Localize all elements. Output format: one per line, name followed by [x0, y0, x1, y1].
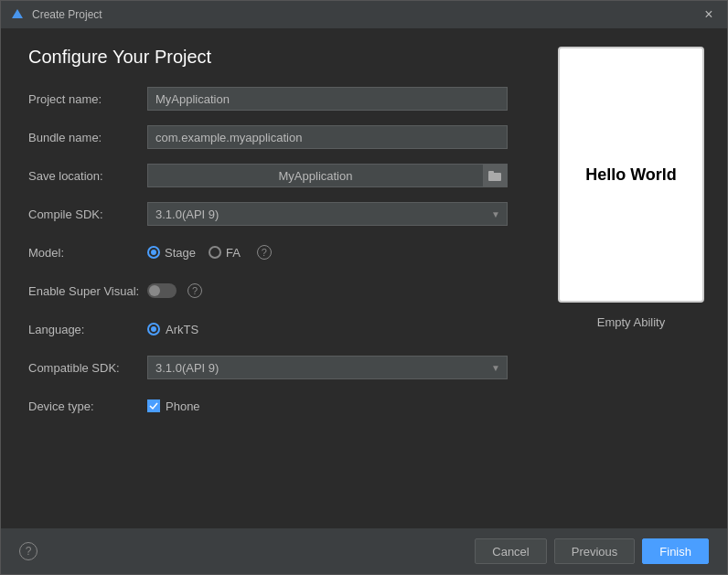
- compile-sdk-select-wrap: 3.1.0(API 9) 3.0.0(API 8) 2.5.0(API 7) ▼: [147, 202, 508, 226]
- browse-folder-button[interactable]: [483, 165, 507, 186]
- device-type-label: Device type:: [28, 399, 147, 413]
- footer-right: Cancel Previous Finish: [475, 538, 709, 564]
- location-input-wrap: [147, 164, 508, 187]
- bundle-name-control: [147, 125, 508, 149]
- toggle-knob: [149, 285, 160, 296]
- dialog-title: Create Project: [32, 8, 700, 21]
- svg-rect-1: [488, 173, 501, 181]
- close-button[interactable]: ×: [700, 5, 718, 24]
- footer-left: ?: [19, 542, 37, 560]
- model-stage-radio[interactable]: Stage: [147, 246, 196, 260]
- language-control: ArkTS: [147, 323, 508, 336]
- arkts-radio-label: ArkTS: [166, 323, 198, 336]
- compile-sdk-row: Compile SDK: 3.1.0(API 9) 3.0.0(API 8) 2…: [28, 201, 508, 227]
- language-label: Language:: [28, 323, 147, 336]
- phone-checkbox-box[interactable]: [147, 399, 160, 412]
- enable-super-visual-label: Enable Super Visual:: [28, 284, 147, 298]
- enable-super-visual-row: Enable Super Visual: ?: [28, 278, 508, 303]
- compatible-sdk-row: Compatible SDK: 3.1.0(API 9) 3.0.0(API 8…: [28, 355, 508, 380]
- device-type-row: Device type: Phone: [28, 393, 508, 419]
- app-icon: [10, 7, 25, 22]
- finish-button[interactable]: Finish: [642, 538, 709, 564]
- enable-super-visual-control: ?: [147, 283, 508, 298]
- dialog-body: Configure Your Project Project name: Bun…: [1, 28, 727, 528]
- compatible-sdk-select[interactable]: 3.1.0(API 9) 3.0.0(API 8) 2.5.0(API 7): [147, 356, 508, 379]
- language-row: Language: ArkTS: [28, 316, 508, 342]
- project-name-control: [147, 87, 508, 111]
- title-bar: Create Project ×: [1, 1, 727, 28]
- language-arkts-radio[interactable]: ArkTS: [147, 323, 508, 336]
- toggle-wrap: ?: [147, 283, 508, 298]
- model-radio-group: Stage FA ?: [147, 245, 508, 260]
- device-type-control: Phone: [147, 399, 508, 413]
- save-location-row: Save location:: [28, 163, 508, 188]
- model-row: Model: Stage FA ?: [28, 240, 508, 265]
- dialog-footer: ? Cancel Previous Finish: [1, 528, 727, 574]
- bundle-name-label: Bundle name:: [28, 131, 147, 144]
- form-section: Configure Your Project Project name: Bun…: [1, 28, 535, 528]
- page-title: Configure Your Project: [28, 47, 508, 68]
- model-help-icon[interactable]: ?: [257, 245, 272, 260]
- phone-preview: Hello World: [558, 47, 704, 303]
- bundle-name-row: Bundle name:: [28, 124, 508, 150]
- compile-sdk-select[interactable]: 3.1.0(API 9) 3.0.0(API 8) 2.5.0(API 7): [147, 202, 508, 226]
- cancel-button[interactable]: Cancel: [475, 538, 546, 564]
- arkts-radio-circle: [147, 323, 160, 335]
- compatible-sdk-control: 3.1.0(API 9) 3.0.0(API 8) 2.5.0(API 7) ▼: [147, 356, 508, 379]
- model-control: Stage FA ?: [147, 245, 508, 260]
- save-location-input[interactable]: [148, 165, 483, 186]
- template-label: Empty Ability: [597, 315, 665, 329]
- phone-checkbox-label: Phone: [166, 399, 200, 413]
- previous-button[interactable]: Previous: [554, 538, 636, 564]
- model-label: Model:: [28, 246, 147, 260]
- super-visual-help-icon[interactable]: ?: [187, 283, 202, 298]
- create-project-dialog: Create Project × Configure Your Project …: [0, 0, 728, 575]
- project-name-input[interactable]: [147, 87, 508, 111]
- svg-rect-2: [488, 171, 494, 174]
- hello-world-text: Hello World: [585, 165, 677, 185]
- stage-radio-circle: [147, 246, 160, 259]
- project-name-label: Project name:: [28, 92, 147, 106]
- bundle-name-input[interactable]: [147, 125, 508, 149]
- super-visual-toggle[interactable]: [147, 283, 177, 298]
- model-fa-radio[interactable]: FA: [209, 246, 241, 260]
- compatible-sdk-label: Compatible SDK:: [28, 361, 147, 375]
- fa-radio-label: FA: [226, 246, 241, 260]
- compile-sdk-label: Compile SDK:: [28, 208, 147, 221]
- preview-section: Hello World Empty Ability: [535, 28, 727, 528]
- device-type-phone-checkbox[interactable]: Phone: [147, 399, 508, 413]
- fa-radio-circle: [209, 246, 221, 259]
- save-location-control: [147, 164, 508, 187]
- compile-sdk-control: 3.1.0(API 9) 3.0.0(API 8) 2.5.0(API 7) ▼: [147, 202, 508, 226]
- project-name-row: Project name:: [28, 86, 508, 112]
- stage-radio-label: Stage: [165, 246, 196, 260]
- svg-marker-0: [12, 9, 23, 18]
- compatible-sdk-select-wrap: 3.1.0(API 9) 3.0.0(API 8) 2.5.0(API 7) ▼: [147, 356, 508, 379]
- footer-help-icon[interactable]: ?: [19, 542, 37, 560]
- save-location-label: Save location:: [28, 169, 147, 183]
